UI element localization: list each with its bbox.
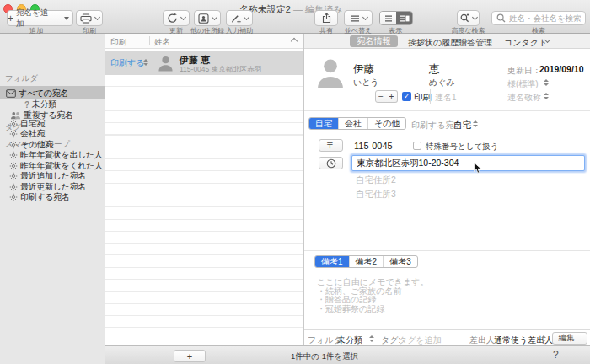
stepper-down-icon bbox=[473, 125, 478, 127]
printer-icon bbox=[80, 13, 92, 24]
add-contact-dropdown[interactable] bbox=[60, 11, 72, 25]
tab-memo3[interactable]: 備考3 bbox=[384, 256, 417, 267]
postal-code-field[interactable]: 115-0045 bbox=[354, 141, 393, 151]
row-address: 115-0045 東京都北区赤羽 bbox=[180, 65, 261, 75]
stepper-up-icon bbox=[369, 335, 374, 338]
avatar-icon bbox=[158, 55, 174, 72]
share-icon bbox=[322, 13, 331, 24]
list-detail-icon bbox=[400, 15, 410, 22]
print-column-header[interactable]: 印刷 bbox=[110, 37, 126, 48]
detail-panel: 宛名情報 挨拶状の履歴 贈答管理 コンタクト 伊藤 恵 いとう めぐみ 更新日：… bbox=[303, 34, 590, 345]
last-name-field[interactable]: 伊藤 bbox=[353, 62, 374, 77]
tab-contact-info[interactable]: 宛名情報 bbox=[350, 35, 398, 47]
print-target-value[interactable]: 自宅 bbox=[453, 120, 471, 131]
tag-label: タグ: bbox=[381, 335, 400, 346]
stepper-down-icon bbox=[541, 340, 546, 342]
row-print-stepper[interactable] bbox=[143, 59, 148, 66]
view-list-segment[interactable] bbox=[380, 12, 396, 24]
print-button[interactable] bbox=[76, 10, 103, 26]
share-button[interactable] bbox=[314, 10, 338, 26]
name-column-header[interactable]: 姓名 bbox=[154, 37, 170, 48]
contact-avatar-icon[interactable] bbox=[316, 56, 345, 89]
honorific-select[interactable]: 様(標準) bbox=[507, 78, 539, 90]
question-icon: ? bbox=[24, 100, 30, 110]
envelope-icon bbox=[6, 89, 16, 98]
tab-greeting-history[interactable]: 挨拶状の履歴 bbox=[408, 37, 459, 49]
refresh-icon bbox=[167, 13, 178, 24]
honorific-stepper[interactable] bbox=[544, 79, 549, 86]
update-button[interactable] bbox=[163, 10, 190, 26]
input-assist-button[interactable] bbox=[226, 10, 253, 26]
stepper-up-icon bbox=[143, 59, 148, 62]
search-input[interactable] bbox=[509, 13, 581, 23]
history-clock-button[interactable] bbox=[319, 157, 343, 169]
list-header: 印刷 姓名 bbox=[105, 34, 303, 49]
stepper-up-icon bbox=[473, 120, 478, 123]
help-button[interactable]: ? bbox=[553, 349, 559, 361]
advanced-search-button[interactable] bbox=[457, 10, 480, 26]
search-icon bbox=[496, 13, 506, 23]
sidebar-item-label: 印刷する宛名 bbox=[20, 191, 70, 203]
print-checkbox[interactable]: ✓ bbox=[402, 92, 411, 101]
tag-input[interactable]: タグを追加 bbox=[399, 335, 442, 346]
first-kana-field[interactable]: めぐみ bbox=[429, 77, 455, 88]
sidebar-item-smart-group[interactable]: 印刷する宛名 bbox=[9, 191, 70, 203]
vertical-divider bbox=[430, 89, 431, 104]
search-plus-icon bbox=[460, 13, 469, 23]
stepper-down-icon bbox=[369, 340, 374, 342]
folder-value[interactable]: 未分類 bbox=[337, 335, 362, 346]
tab-memo2[interactable]: 備考2 bbox=[350, 256, 384, 267]
special-number-checkbox[interactable] bbox=[413, 142, 421, 150]
sidebar-item-all-contacts[interactable]: すべての宛名 bbox=[6, 88, 68, 99]
postal-lookup-button[interactable]: 〒 bbox=[319, 139, 343, 152]
sidebar: フォルダ すべての宛名 ? 未分類 重複する宛名 タグ スマートグループ 自宅宛… bbox=[0, 34, 105, 364]
add-contact-button[interactable]: + 宛名を追加 bbox=[7, 10, 73, 26]
tab-gift-management[interactable]: 贈答管理 bbox=[459, 37, 492, 49]
sort-ascending-icon[interactable] bbox=[291, 38, 298, 45]
sidebar-item-unclassified[interactable]: ? 未分類 bbox=[24, 99, 56, 110]
tab-other[interactable]: その他 bbox=[368, 118, 405, 129]
gear-icon bbox=[9, 193, 18, 201]
contact-row-selected[interactable]: 印刷する 伊藤 恵 115-0045 東京都北区赤羽 bbox=[105, 51, 303, 75]
tab-company[interactable]: 会社 bbox=[339, 118, 368, 129]
add-row-button[interactable]: + bbox=[174, 350, 206, 362]
stepper-up-icon bbox=[541, 335, 546, 338]
add-joint-name-button[interactable]: + bbox=[386, 90, 398, 103]
first-name-field[interactable]: 恵 bbox=[429, 62, 440, 77]
chevron-down-icon bbox=[244, 13, 249, 19]
stepper-down-icon bbox=[544, 97, 549, 99]
folder-stepper[interactable] bbox=[369, 335, 374, 342]
memo-placeholder[interactable]: ここに自由にメモできます。 ・続柄、ご家族の名前 ・贈答品の記録 ・冠婚葬祭の記… bbox=[317, 278, 428, 313]
section-divider bbox=[304, 110, 590, 111]
tab-contacts[interactable]: コンタクト bbox=[504, 37, 547, 49]
sidebar-item-smart-group[interactable]: 会社宛 bbox=[9, 128, 45, 140]
other-addressbooks-button[interactable] bbox=[194, 10, 221, 26]
tab-memo1[interactable]: 備考1 bbox=[315, 256, 350, 267]
address1-input[interactable]: 東京都北区赤羽10-20-304 bbox=[351, 155, 585, 171]
last-kana-field[interactable]: いとう bbox=[353, 77, 379, 88]
address3-input[interactable]: 自宅住所3 bbox=[356, 189, 396, 201]
detail-tabbar: 宛名情報 挨拶状の履歴 贈答管理 コンタクト bbox=[304, 34, 590, 49]
joint-name-1-field[interactable]: 連名1 bbox=[435, 92, 457, 104]
sender-stepper[interactable] bbox=[541, 335, 546, 342]
chevron-down-icon bbox=[180, 13, 186, 19]
sort-button[interactable] bbox=[344, 10, 373, 26]
joint-honorific-stepper[interactable] bbox=[544, 93, 549, 99]
addressbook-icon bbox=[198, 13, 209, 24]
section-divider bbox=[304, 250, 590, 251]
stepper-down-icon bbox=[143, 63, 148, 66]
print-target-stepper[interactable] bbox=[473, 120, 478, 127]
sidebar-item-label: 未分類 bbox=[32, 99, 56, 110]
view-list-detail-segment[interactable] bbox=[396, 12, 412, 24]
special-number-label: 特殊番号として扱う bbox=[426, 142, 498, 153]
sidebar-item-smart-group[interactable]: 昨年年賀状を出した人 bbox=[9, 149, 103, 161]
sidebar-item-smart-group[interactable]: 最近追加した宛名 bbox=[9, 170, 86, 182]
address2-input[interactable]: 自宅住所2 bbox=[356, 174, 396, 186]
tab-home[interactable]: 自宅 bbox=[309, 118, 339, 129]
joint-honorific-select[interactable]: 連名敬称 bbox=[507, 92, 541, 104]
row-print-toggle[interactable]: 印刷する bbox=[110, 57, 144, 69]
edit-sender-button[interactable]: 編集... bbox=[552, 332, 587, 345]
bottom-bar: + 1件中の 1件を選択 ? bbox=[105, 345, 590, 364]
remove-joint-name-button[interactable]: − bbox=[375, 90, 387, 103]
chevron-down-icon bbox=[471, 13, 477, 19]
